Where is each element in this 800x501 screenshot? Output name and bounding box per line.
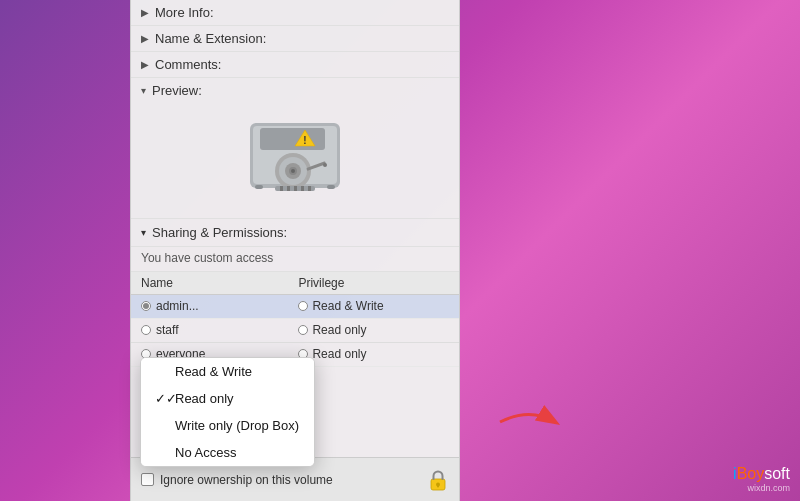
permissions-table: Name Privilege admin... <box>131 272 459 367</box>
sharing-header[interactable]: ▾ Sharing & Permissions: <box>131 219 459 247</box>
username-2: staff <box>156 323 178 337</box>
svg-rect-19 <box>308 186 311 191</box>
preview-header[interactable]: ▾ Preview: <box>131 78 459 103</box>
dropdown-label-read-only: Read only <box>175 391 234 406</box>
user-name-1: admin... <box>131 295 288 319</box>
svg-point-9 <box>291 169 295 173</box>
svg-point-11 <box>323 163 327 167</box>
more-info-triangle: ▶ <box>141 7 149 18</box>
comments-row[interactable]: ▶ Comments: <box>131 52 459 78</box>
more-info-row[interactable]: ▶ More Info: <box>131 0 459 26</box>
watermark-boy: Boy <box>737 465 765 482</box>
svg-rect-18 <box>301 186 304 191</box>
table-row[interactable]: admin... Read & Write <box>131 295 459 319</box>
name-extension-triangle: ▶ <box>141 33 149 44</box>
svg-rect-15 <box>280 186 283 191</box>
priv-value-3: Read only <box>312 347 366 361</box>
ownership-label: Ignore ownership on this volume <box>160 473 333 487</box>
watermark-soft: soft <box>764 465 790 482</box>
dropdown-item-read-write[interactable]: Read & Write <box>141 358 314 385</box>
sharing-triangle: ▾ <box>141 227 146 238</box>
dropdown-item-write-drop[interactable]: Write only (Drop Box) <box>141 412 314 439</box>
custom-access-text: You have custom access <box>131 247 459 272</box>
dropdown-item-no-access[interactable]: No Access <box>141 439 314 466</box>
ownership-checkbox[interactable] <box>141 473 154 486</box>
name-extension-row[interactable]: ▶ Name & Extension: <box>131 26 459 52</box>
svg-rect-22 <box>437 484 439 487</box>
dropdown-label-write-drop: Write only (Drop Box) <box>175 418 299 433</box>
priv-radio-1 <box>298 301 308 311</box>
priv-value-1: Read & Write <box>312 299 383 313</box>
comments-triangle: ▶ <box>141 59 149 70</box>
username-1: admin... <box>156 299 199 313</box>
svg-rect-17 <box>294 186 297 191</box>
sharing-section: ▾ Sharing & Permissions: You have custom… <box>131 219 459 367</box>
privilege-dropdown[interactable]: Read & Write ✓ Read only Write only (Dro… <box>140 357 315 467</box>
svg-rect-2 <box>260 128 325 150</box>
preview-triangle: ▾ <box>141 85 146 96</box>
privilege-1[interactable]: Read & Write <box>288 295 459 319</box>
col-header-name: Name <box>131 272 288 295</box>
watermark-brand: iBoysoft <box>733 465 790 483</box>
checkbox-row: Ignore ownership on this volume <box>141 473 421 487</box>
name-extension-label: Name & Extension: <box>155 31 266 46</box>
hdd-icon: ! <box>245 113 345 203</box>
watermark: iBoysoft wixdn.com <box>733 465 790 493</box>
user-name-2: staff <box>131 319 288 343</box>
svg-rect-13 <box>327 185 335 189</box>
watermark-site: wixdn.com <box>733 483 790 493</box>
dropdown-item-read-only[interactable]: ✓ Read only <box>141 385 314 412</box>
check-no-access <box>155 445 169 460</box>
check-write-drop <box>155 418 169 433</box>
svg-text:!: ! <box>303 135 306 146</box>
radio-2 <box>141 325 151 335</box>
comments-label: Comments: <box>155 57 221 72</box>
sharing-label: Sharing & Permissions: <box>152 225 287 240</box>
arrow-annotation <box>490 402 570 446</box>
lock-icon-wrap[interactable] <box>427 469 449 491</box>
svg-rect-12 <box>255 185 263 189</box>
svg-rect-16 <box>287 186 290 191</box>
table-row[interactable]: staff Read only <box>131 319 459 343</box>
priv-value-2: Read only <box>312 323 366 337</box>
privilege-2[interactable]: Read only <box>288 319 459 343</box>
dropdown-label-read-write: Read & Write <box>175 364 252 379</box>
lock-icon <box>429 469 447 491</box>
check-read-only: ✓ <box>155 391 169 406</box>
col-header-privilege: Privilege <box>288 272 459 295</box>
check-read-write <box>155 364 169 379</box>
more-info-label: More Info: <box>155 5 214 20</box>
dropdown-label-no-access: No Access <box>175 445 236 460</box>
preview-label: Preview: <box>152 83 202 98</box>
preview-content: ! <box>131 103 459 218</box>
radio-1 <box>141 301 151 311</box>
priv-radio-2 <box>298 325 308 335</box>
preview-section: ▾ Preview: ! <box>131 78 459 219</box>
